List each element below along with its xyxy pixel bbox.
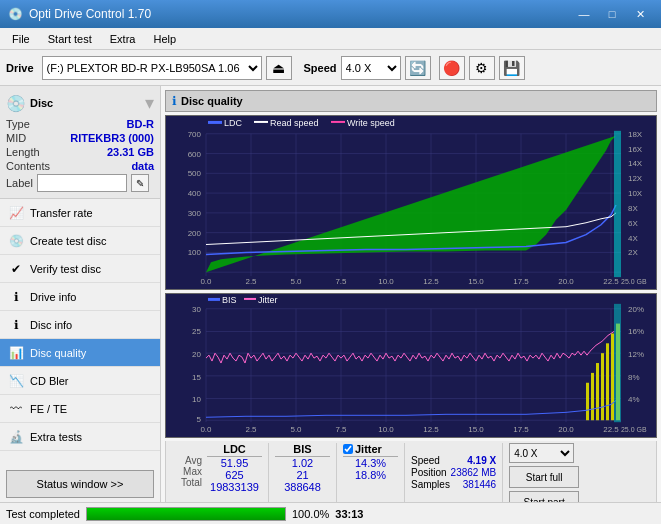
- create-test-label: Create test disc: [30, 235, 106, 247]
- drive-select[interactable]: (F:) PLEXTOR BD-R PX-LB950SA 1.06: [42, 56, 262, 80]
- bis-stats: BIS 1.02 21 388648: [275, 443, 330, 502]
- bis-avg: 1.02: [292, 457, 313, 469]
- close-button[interactable]: ✕: [627, 4, 653, 24]
- svg-text:12.5: 12.5: [423, 277, 439, 286]
- jitter-header: Jitter: [343, 443, 398, 457]
- eject-button[interactable]: ⏏: [266, 56, 292, 80]
- cd-bler-label: CD Bler: [30, 375, 69, 387]
- sidebar-item-transfer-rate[interactable]: 📈 Transfer rate: [0, 199, 160, 227]
- test-speed-select[interactable]: 4.0 X: [509, 443, 574, 463]
- settings-button[interactable]: ⚙: [469, 56, 495, 80]
- divider-1: [268, 443, 269, 502]
- svg-text:10: 10: [192, 396, 201, 405]
- start-full-button[interactable]: Start full: [509, 466, 579, 488]
- svg-text:4%: 4%: [628, 396, 640, 405]
- disc-options-icon[interactable]: ▾: [145, 92, 154, 114]
- speed-select[interactable]: 4.0 X: [341, 56, 401, 80]
- toolbar: Drive (F:) PLEXTOR BD-R PX-LB950SA 1.06 …: [0, 50, 661, 86]
- sidebar-item-fe-te[interactable]: 〰 FE / TE: [0, 395, 160, 423]
- refresh-button[interactable]: 🔄: [405, 56, 431, 80]
- disc-contents-row: Contents data: [6, 160, 154, 172]
- svg-rect-85: [601, 353, 604, 420]
- svg-text:30: 30: [192, 305, 201, 314]
- svg-text:2.5: 2.5: [245, 425, 257, 434]
- svg-text:17.5: 17.5: [513, 277, 529, 286]
- fe-te-icon: 〰: [8, 401, 24, 417]
- svg-text:700: 700: [188, 130, 202, 139]
- contents-label: Contents: [6, 160, 50, 172]
- svg-text:10X: 10X: [628, 189, 643, 198]
- menu-file[interactable]: File: [4, 31, 38, 47]
- svg-rect-103: [244, 298, 256, 300]
- position-value: 23862 MB: [451, 467, 497, 478]
- svg-text:17.5: 17.5: [513, 425, 529, 434]
- maximize-button[interactable]: □: [599, 4, 625, 24]
- top-chart: 700 600 500 400 300 200 100 18X 16X 14X …: [165, 115, 657, 290]
- svg-text:2.5: 2.5: [245, 277, 257, 286]
- svg-text:8X: 8X: [628, 204, 638, 213]
- position-row: Position 23862 MB: [411, 467, 496, 478]
- menu-help[interactable]: Help: [145, 31, 184, 47]
- svg-text:15.0: 15.0: [468, 277, 484, 286]
- svg-text:10.0: 10.0: [378, 277, 394, 286]
- speed-value: 4.19 X: [467, 455, 496, 466]
- sidebar-item-drive-info[interactable]: ℹ Drive info: [0, 283, 160, 311]
- svg-text:600: 600: [188, 150, 202, 159]
- minimize-button[interactable]: —: [571, 4, 597, 24]
- samples-value: 381446: [463, 479, 496, 490]
- svg-rect-0: [166, 116, 656, 289]
- svg-text:15: 15: [192, 373, 201, 382]
- sidebar-item-extra-tests[interactable]: 🔬 Extra tests: [0, 423, 160, 451]
- sidebar-item-disc-info[interactable]: ℹ Disc info: [0, 311, 160, 339]
- disc-quality-label: Disc quality: [30, 347, 86, 359]
- svg-text:Read speed: Read speed: [270, 118, 319, 128]
- ldc-header: LDC: [207, 443, 262, 457]
- svg-text:5.0: 5.0: [290, 425, 302, 434]
- sidebar-item-create-test-disc[interactable]: 💿 Create test disc: [0, 227, 160, 255]
- svg-text:500: 500: [188, 169, 202, 178]
- svg-text:20%: 20%: [628, 305, 644, 314]
- samples-row: Samples 381446: [411, 479, 496, 490]
- svg-text:20.0: 20.0: [558, 425, 574, 434]
- svg-text:Write speed: Write speed: [347, 118, 395, 128]
- jitter-checkbox[interactable]: [343, 444, 353, 454]
- svg-text:12.5: 12.5: [423, 425, 439, 434]
- start-controls: 4.0 X Start full Start part: [509, 443, 579, 502]
- svg-rect-87: [611, 333, 614, 420]
- label-label: Label: [6, 177, 33, 189]
- statusbar: Test completed 100.0% 33:13: [0, 502, 661, 524]
- sidebar-item-verify-test-disc[interactable]: ✔ Verify test disc: [0, 255, 160, 283]
- start-part-button[interactable]: Start part: [509, 491, 579, 502]
- ldc-max: 625: [225, 469, 243, 481]
- svg-text:4X: 4X: [628, 234, 638, 243]
- svg-text:300: 300: [188, 209, 202, 218]
- transfer-rate-label: Transfer rate: [30, 207, 93, 219]
- svg-text:16%: 16%: [628, 327, 644, 336]
- svg-rect-89: [614, 304, 621, 422]
- bis-max: 21: [296, 469, 308, 481]
- menu-start-test[interactable]: Start test: [40, 31, 100, 47]
- svg-text:16X: 16X: [628, 145, 643, 154]
- svg-rect-82: [586, 383, 589, 420]
- bis-header: BIS: [275, 443, 330, 457]
- svg-text:2X: 2X: [628, 248, 638, 257]
- main-layout: 💿 Disc ▾ Type BD-R MID RITEKBR3 (000) Le…: [0, 86, 661, 502]
- burn-button[interactable]: 🔴: [439, 56, 465, 80]
- status-window-button[interactable]: Status window >>: [6, 470, 154, 498]
- svg-rect-47: [614, 131, 621, 277]
- label-input[interactable]: [37, 174, 127, 192]
- sidebar-item-cd-bler[interactable]: 📉 CD Bler: [0, 367, 160, 395]
- drive-info-icon: ℹ: [8, 289, 24, 305]
- menu-extra[interactable]: Extra: [102, 31, 144, 47]
- label-edit-button[interactable]: ✎: [131, 174, 149, 192]
- samples-label: Samples: [411, 479, 450, 490]
- speed-label: Speed: [304, 62, 337, 74]
- panel-title: Disc quality: [181, 95, 243, 107]
- save-button[interactable]: 💾: [499, 56, 525, 80]
- panel-header: ℹ Disc quality: [165, 90, 657, 112]
- sidebar-item-disc-quality[interactable]: 📊 Disc quality: [0, 339, 160, 367]
- svg-text:5.0: 5.0: [290, 277, 302, 286]
- extra-tests-label: Extra tests: [30, 431, 82, 443]
- svg-rect-52: [331, 121, 345, 123]
- svg-text:5: 5: [197, 415, 202, 424]
